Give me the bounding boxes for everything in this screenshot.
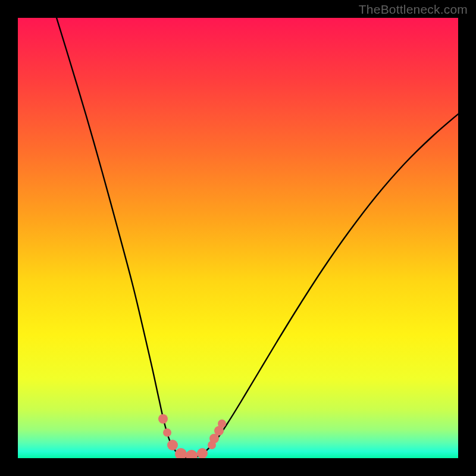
data-marker	[158, 414, 168, 424]
data-markers	[158, 414, 226, 458]
right-curve	[189, 113, 458, 458]
curve-layer	[18, 18, 458, 458]
left-curve	[55, 18, 189, 458]
data-marker	[218, 419, 226, 428]
data-marker	[163, 428, 171, 437]
plot-area	[18, 18, 458, 458]
data-marker	[167, 440, 178, 450]
data-marker	[186, 450, 198, 458]
watermark-text: TheBottleneck.com	[359, 2, 468, 17]
data-marker	[175, 448, 187, 458]
data-marker	[197, 448, 208, 458]
chart-stage: TheBottleneck.com	[0, 0, 476, 476]
